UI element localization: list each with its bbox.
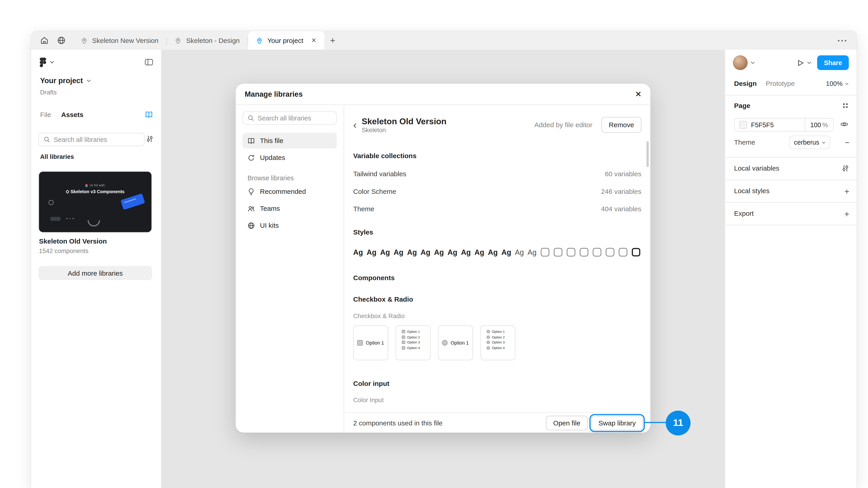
modal-search-input[interactable] [258, 115, 332, 122]
project-switcher[interactable]: Your project [40, 76, 91, 85]
collapse-panel-icon[interactable] [145, 58, 153, 66]
grid-style-swatch[interactable] [554, 248, 563, 256]
new-tab-button[interactable]: + [324, 31, 341, 50]
text-style-sample[interactable]: Ag [501, 248, 511, 256]
remove-theme-icon[interactable]: − [845, 138, 849, 147]
grid-style-swatch[interactable] [567, 248, 576, 256]
figma-logo-icon[interactable] [39, 57, 46, 67]
library-search-field[interactable] [38, 133, 145, 147]
tab-assets[interactable]: Assets [61, 111, 84, 119]
close-tab-icon[interactable]: ✕ [311, 37, 316, 44]
modal-nav: This file Updates Browse libraries Recom… [236, 106, 344, 433]
text-style-sample[interactable]: Ag [528, 248, 537, 256]
text-style-sample[interactable]: Ag [353, 248, 363, 256]
checkbox-icon [402, 330, 405, 333]
modal-search-field[interactable] [243, 111, 337, 125]
zoom-value: 100% [826, 80, 843, 87]
present-play-icon[interactable] [797, 59, 804, 66]
page-color-control[interactable]: F5F5F5 100 % [734, 118, 834, 132]
thumbnail-decoration [121, 193, 145, 210]
tab-label: Skeleton New Version [92, 36, 159, 44]
text-style-sample[interactable]: Ag [407, 248, 417, 256]
nav-item-recommended[interactable]: Recommended [243, 184, 337, 199]
variable-row[interactable]: Theme 404 variables [353, 200, 642, 218]
text-style-sample[interactable]: Ag [488, 248, 498, 256]
theme-dropdown[interactable]: cerberus [789, 135, 830, 149]
nav-item-ui-kits[interactable]: UI kits [243, 218, 337, 233]
nav-item-updates[interactable]: Updates [243, 150, 337, 166]
search-input[interactable] [54, 136, 140, 143]
modal-title: Manage libraries [245, 90, 303, 98]
library-title[interactable]: Skeleton Old Version [39, 237, 107, 245]
chevron-down-icon[interactable] [807, 61, 811, 64]
chevron-down-icon[interactable] [750, 61, 755, 64]
nav-item-this-file[interactable]: This file [243, 133, 337, 149]
callout-connector-line [644, 422, 666, 423]
styles-icon[interactable] [842, 102, 849, 109]
component-preview-checkbox-group[interactable]: Option 1 Option 2 Option 3 Option 4 [396, 325, 431, 360]
text-style-sample[interactable]: Ag [421, 248, 430, 256]
add-export-icon[interactable]: + [844, 209, 849, 219]
filter-sliders-icon[interactable] [146, 135, 154, 143]
thumbnail-decoration [49, 200, 54, 205]
variable-row[interactable]: Tailwind variables 60 variables [353, 165, 642, 183]
library-book-icon[interactable] [145, 111, 153, 119]
grid-style-swatch-selected[interactable] [632, 248, 641, 256]
avatar[interactable] [733, 55, 748, 70]
scrollbar[interactable] [647, 141, 649, 167]
grid-style-swatch[interactable] [606, 248, 615, 256]
globe-icon [57, 36, 65, 45]
text-style-sample[interactable]: Ag [394, 248, 403, 256]
tab-skeleton-design[interactable]: Skeleton - Design [167, 31, 248, 50]
close-modal-icon[interactable]: ✕ [635, 90, 641, 98]
screen: Skeleton New Version Skeleton - Design Y… [0, 0, 868, 488]
text-style-sample[interactable]: Ag [447, 248, 457, 256]
usage-summary: 2 components used in this file [353, 419, 442, 427]
callout-step-badge: 11 [666, 411, 690, 435]
text-style-sample[interactable]: Ag [380, 248, 390, 256]
zoom-control[interactable]: 100% [826, 80, 849, 87]
remove-button[interactable]: Remove [601, 117, 642, 133]
tab-design[interactable]: Design [734, 80, 757, 88]
library-detail-subtitle: Skeleton [362, 127, 446, 133]
visibility-eye-icon[interactable] [840, 121, 848, 128]
add-more-libraries-button[interactable]: Add more libraries [38, 266, 152, 281]
checkbox-icon [402, 341, 405, 344]
add-style-icon[interactable]: + [844, 186, 849, 196]
share-button[interactable]: Share [817, 55, 849, 70]
text-style-sample[interactable]: Ag [515, 248, 524, 256]
divider [725, 95, 857, 96]
text-style-sample[interactable]: Ag [367, 248, 376, 256]
opacity-field[interactable]: 100 % [805, 122, 833, 128]
tab-skeleton-new-version[interactable]: Skeleton New Version [73, 31, 166, 50]
grid-style-swatch[interactable] [580, 248, 589, 256]
community-button[interactable] [53, 31, 70, 50]
open-file-button[interactable]: Open file [546, 416, 588, 430]
color-input-heading: Color input [353, 380, 390, 387]
nav-item-teams[interactable]: Teams [243, 201, 337, 217]
grid-style-swatch[interactable] [619, 248, 628, 256]
tab-file[interactable]: File [40, 111, 51, 119]
text-style-sample[interactable]: Ag [474, 248, 484, 256]
tab-your-project[interactable]: Your project ✕ [248, 31, 324, 50]
color-hex-value[interactable]: F5F5F5 [751, 122, 774, 128]
home-button[interactable] [36, 31, 53, 50]
text-style-sample[interactable]: Ag [434, 248, 444, 256]
swap-library-button[interactable]: Swap library [591, 416, 643, 430]
variable-row[interactable]: Color Scheme 246 variables [353, 183, 642, 200]
adjust-sliders-icon[interactable] [842, 164, 849, 172]
grid-style-swatch[interactable] [593, 248, 602, 256]
more-menu-button[interactable]: ··· [837, 36, 848, 45]
left-sidebar: Your project Drafts File Assets [31, 50, 161, 488]
tab-prototype[interactable]: Prototype [766, 80, 795, 88]
component-preview-radio-group[interactable]: Option 1 Option 2 Option 3 Option 4 [480, 325, 515, 360]
grid-style-swatch[interactable] [541, 248, 550, 256]
text-style-sample[interactable]: Ag [461, 248, 471, 256]
component-preview-checkbox[interactable]: Option 1 [353, 325, 388, 360]
component-preview-radio[interactable]: Option 1 [438, 325, 473, 360]
back-icon[interactable]: ‹ [353, 120, 357, 130]
library-card-thumbnail[interactable]: UI Kit with Skeleton v3 Components [38, 171, 152, 233]
checkbox-radio-group-label: Checkbox & Radio [353, 313, 405, 319]
chevron-down-icon[interactable] [50, 61, 54, 64]
color-swatch[interactable] [739, 121, 747, 129]
